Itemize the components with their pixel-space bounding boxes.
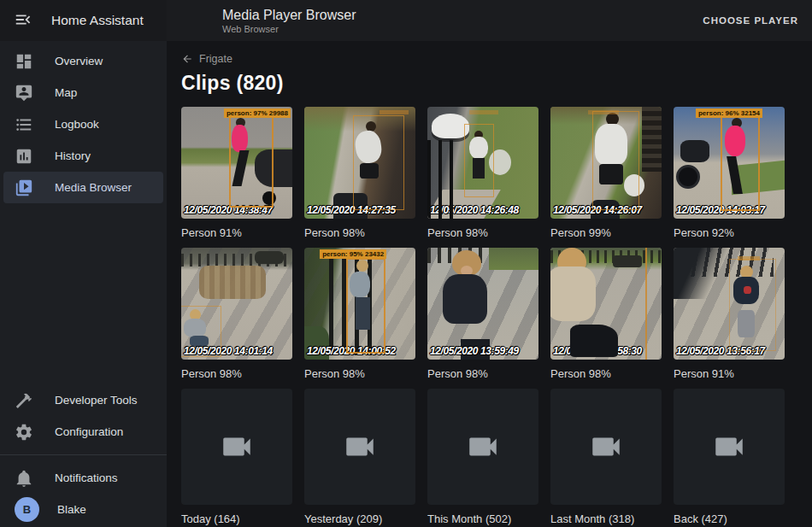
clip-card[interactable]: 12/05/2020 13:59:49 Person 98%	[427, 248, 538, 380]
clip-thumbnail: 12/05/2020 13:58:30	[550, 248, 662, 360]
folder-thumbnail	[181, 389, 292, 505]
sidebar-divider	[0, 454, 167, 455]
folder-card-today[interactable]: Today (164)	[181, 389, 292, 525]
sidebar-item-developer-tools[interactable]: Developer Tools	[3, 384, 163, 416]
detection-bbox	[353, 115, 404, 209]
arrow-left-icon	[181, 53, 193, 65]
video-icon	[219, 429, 255, 465]
sidebar-item-configuration[interactable]: Configuration	[3, 416, 163, 448]
clip-caption: Person 91%	[181, 226, 292, 239]
breadcrumb-back[interactable]: Frigate	[181, 53, 232, 65]
clip-thumbnail: 12/05/2020 14:26:07	[550, 107, 662, 219]
sidebar-header: Home Assistant	[0, 0, 167, 41]
clip-caption: Person 98%	[304, 367, 415, 380]
sidebar-item-label: Logbook	[55, 118, 99, 131]
play-box-multiple-icon	[15, 179, 33, 197]
clip-thumbnail: person: 95% 23432 12/05/2020 14:00:52	[304, 248, 415, 360]
sidebar-item-logbook[interactable]: Logbook	[3, 108, 163, 140]
avatar: B	[15, 497, 39, 522]
clip-caption: Person 98%	[304, 226, 415, 239]
detection-bbox	[729, 259, 776, 350]
sidebar-item-label: Configuration	[55, 425, 123, 438]
folder-thumbnail	[304, 389, 415, 505]
sidebar-item-label: Notifications	[55, 471, 118, 484]
tooltip-account-icon	[15, 84, 33, 102]
sidebar-item-label: History	[55, 149, 91, 162]
sidebar-item-map[interactable]: Map	[3, 77, 163, 108]
sidebar-item-media-browser[interactable]: Media Browser	[3, 172, 163, 203]
sidebar-item-label: Overview	[55, 55, 103, 67]
folder-thumbnail	[674, 389, 785, 505]
folder-label: Last Month (318)	[550, 512, 662, 525]
page-header-subtitle: Web Browser	[222, 24, 356, 34]
app-name: Home Assistant	[51, 13, 144, 28]
clip-caption: Person 91%	[674, 367, 785, 380]
detection-bbox	[346, 258, 385, 354]
video-icon	[711, 429, 747, 465]
clip-card[interactable]: person: 96% 32154 12/05/2020 14:03:17 Pe…	[674, 107, 785, 239]
detection-label: person: 97% 29988	[224, 108, 291, 118]
sidebar-item-label: Map	[55, 86, 77, 99]
clip-card[interactable]: 12/05/2020 14:01:14 Person 98%	[181, 248, 292, 380]
user-name: Blake	[57, 503, 86, 516]
header-titles: Media Player Browser Web Browser	[222, 7, 356, 34]
sidebar-item-notifications[interactable]: Notifications	[3, 462, 163, 494]
top-bar: Home Assistant Media Player Browser Web …	[0, 0, 812, 41]
folder-card-back[interactable]: Back (427)	[674, 389, 785, 525]
gear-icon	[15, 423, 33, 442]
clip-timestamp: 12/05/2020 14:26:48	[430, 204, 538, 216]
clip-thumbnail: 12/05/2020 13:56:17	[674, 248, 785, 360]
bell-icon	[15, 469, 33, 488]
format-list-bulleted-icon	[15, 115, 33, 134]
clip-caption: Person 98%	[550, 367, 662, 380]
video-icon	[342, 429, 378, 465]
detection-label: person: 95% 23432	[320, 249, 386, 259]
folder-thumbnail	[427, 389, 538, 505]
clip-caption: Person 98%	[181, 367, 292, 380]
folder-card-yesterday[interactable]: Yesterday (209)	[304, 389, 415, 525]
clip-caption: Person 99%	[550, 226, 662, 239]
sidebar-nav: Overview Map Logbook History Media Brows…	[0, 41, 167, 384]
clip-timestamp: 12/05/2020 13:59:49	[430, 345, 538, 357]
breadcrumb-label: Frigate	[199, 53, 232, 65]
folder-card-this-month[interactable]: This Month (502)	[427, 389, 538, 525]
detection-bbox	[464, 124, 494, 197]
clip-card[interactable]: 12/05/2020 14:26:48 Person 98%	[427, 107, 538, 239]
folder-label: Today (164)	[181, 512, 292, 525]
sidebar-item-label: Developer Tools	[55, 394, 138, 407]
clip-caption: Person 98%	[427, 226, 538, 239]
menu-open-icon[interactable]	[13, 10, 33, 31]
app-header: Media Player Browser Web Browser CHOOSE …	[167, 0, 812, 41]
hammer-icon	[15, 391, 33, 410]
clip-thumbnail: 12/05/2020 14:26:48	[427, 107, 538, 219]
clip-thumbnail: 12/05/2020 13:59:49	[427, 248, 538, 360]
clip-card[interactable]: person: 97% 29988 12/05/2020 14:38:47 Pe…	[181, 107, 292, 239]
sidebar-item-profile[interactable]: B Blake	[3, 494, 163, 525]
clip-caption: Person 98%	[427, 367, 538, 380]
clip-card[interactable]: 12/05/2020 13:58:30 Person 98%	[550, 248, 662, 380]
sidebar-item-history[interactable]: History	[3, 140, 163, 172]
choose-player-button[interactable]: CHOOSE PLAYER	[703, 15, 798, 26]
clip-thumbnail: 12/05/2020 14:01:14	[181, 248, 292, 360]
video-icon	[588, 429, 624, 465]
view-dashboard-icon	[15, 52, 33, 71]
clip-card[interactable]: 12/05/2020 13:56:17 Person 91%	[674, 248, 785, 380]
detection-bbox	[229, 113, 274, 208]
folder-thumbnail	[550, 389, 662, 505]
sidebar-item-overview[interactable]: Overview	[3, 45, 163, 77]
video-icon	[465, 429, 501, 465]
clip-caption: Person 92%	[674, 226, 785, 239]
clip-card[interactable]: 12/05/2020 14:26:07 Person 99%	[550, 107, 662, 239]
folder-label: Back (427)	[674, 512, 785, 525]
detection-bbox	[721, 114, 761, 211]
page-title: Clips (820)	[181, 72, 812, 95]
clip-thumbnail: 12/05/2020 14:27:35	[304, 107, 415, 219]
chart-box-icon	[15, 147, 33, 166]
clip-card[interactable]: person: 95% 23432 12/05/2020 14:00:52 Pe…	[304, 248, 415, 380]
folder-label: This Month (502)	[427, 512, 538, 525]
detection-bbox	[181, 306, 221, 357]
clip-card[interactable]: 12/05/2020 14:27:35 Person 98%	[304, 107, 415, 239]
folder-card-last-month[interactable]: Last Month (318)	[550, 389, 662, 525]
clips-grid: person: 97% 29988 12/05/2020 14:38:47 Pe…	[181, 107, 812, 527]
clip-thumbnail: person: 96% 32154 12/05/2020 14:03:17	[674, 107, 785, 219]
